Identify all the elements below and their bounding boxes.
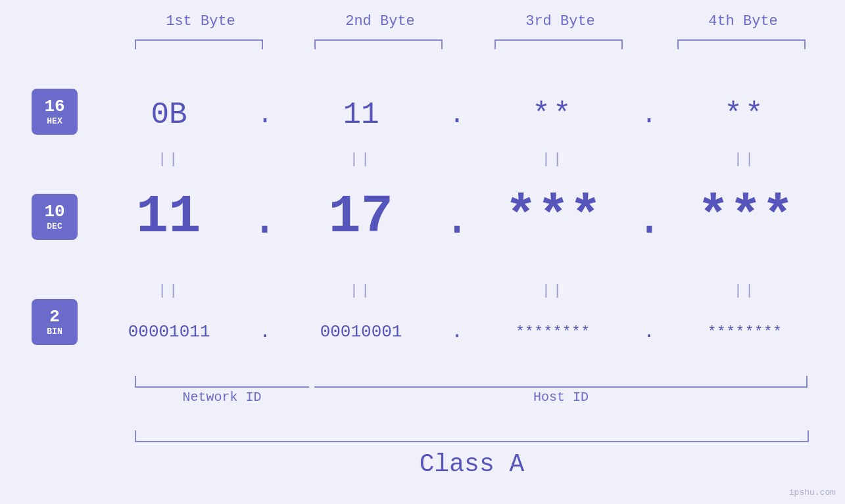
- dec-label: DEC: [47, 221, 62, 231]
- dec-number: 10: [44, 202, 64, 221]
- hex-byte2-cell: 11: [278, 98, 445, 132]
- bracket-byte4: [677, 39, 806, 53]
- network-id-label: Network ID: [135, 390, 309, 405]
- badge-bin: 2 BIN: [32, 299, 78, 345]
- bin-byte4-value: ********: [708, 324, 783, 340]
- hex-dot3: .: [637, 101, 662, 130]
- bin-dot2: .: [445, 321, 470, 343]
- bin-label: BIN: [47, 327, 62, 336]
- eq1: ||: [85, 151, 253, 168]
- dec-byte3-cell: ***: [470, 187, 637, 248]
- dec-byte3-value: ***: [504, 187, 602, 248]
- bin-dot1: .: [253, 321, 278, 343]
- badge-dec: 10 DEC: [32, 194, 78, 240]
- eq5: ||: [85, 283, 253, 299]
- class-label: Class A: [135, 450, 809, 478]
- dec-dot2: .: [444, 188, 470, 246]
- hex-byte2-value: 11: [343, 98, 379, 132]
- dec-dot1: .: [252, 188, 278, 246]
- hex-byte3-value: **: [532, 98, 573, 132]
- eq6: ||: [278, 283, 445, 299]
- hex-byte4-cell: **: [662, 98, 829, 132]
- bin-byte4-cell: ********: [662, 324, 829, 340]
- eq7: ||: [470, 283, 637, 299]
- bin-byte1-cell: 00001011: [85, 322, 253, 342]
- header-byte1: 1st Byte: [135, 13, 266, 30]
- dec-byte2-value: 17: [329, 187, 393, 248]
- host-bracket: [314, 376, 808, 388]
- dec-byte1-value: 11: [136, 187, 201, 248]
- class-bracket: [135, 430, 809, 442]
- hex-label: HEX: [47, 116, 62, 126]
- watermark: ipshu.com: [789, 488, 835, 497]
- bin-row: 00001011 . 00010001 . ******** . *******…: [85, 302, 829, 361]
- network-bracket: [135, 376, 309, 388]
- equals-row-hex-dec: || || || ||: [85, 151, 829, 168]
- dec-row: 11 . 17 . *** . ***: [85, 177, 829, 256]
- hex-byte4-value: **: [724, 98, 765, 132]
- eq8: ||: [662, 283, 829, 299]
- eq2: ||: [278, 151, 445, 168]
- bin-byte3-value: ********: [516, 324, 591, 340]
- bracket-byte1: [135, 39, 263, 53]
- main-page: 1st Byte 2nd Byte 3rd Byte 4th Byte 16 H…: [0, 0, 845, 504]
- hex-dot2: .: [445, 101, 470, 130]
- eq3: ||: [470, 151, 637, 168]
- hex-byte3-cell: **: [470, 98, 637, 132]
- eq4: ||: [662, 151, 829, 168]
- bin-byte2-value: 00010001: [320, 322, 402, 342]
- bin-dot3: .: [637, 321, 662, 343]
- dec-dot3: .: [637, 188, 663, 246]
- hex-number: 16: [44, 97, 64, 116]
- dec-byte1-cell: 11: [85, 187, 252, 248]
- bracket-byte2: [314, 39, 443, 53]
- bin-byte2-cell: 00010001: [278, 322, 445, 342]
- bin-byte3-cell: ********: [470, 324, 637, 340]
- dec-byte4-value: ***: [697, 187, 794, 248]
- hex-row: 0B . 11 . ** . **: [85, 85, 829, 145]
- dec-byte2-cell: 17: [278, 187, 445, 248]
- dec-byte4-cell: ***: [663, 187, 829, 248]
- hex-byte1-value: 0B: [151, 98, 187, 132]
- header-byte4: 4th Byte: [677, 13, 809, 30]
- bracket-byte3: [495, 39, 623, 53]
- hex-byte1-cell: 0B: [85, 98, 253, 132]
- host-id-label: Host ID: [314, 390, 808, 405]
- equals-row-dec-bin: || || || ||: [85, 283, 829, 299]
- header-byte3: 3rd Byte: [495, 13, 626, 30]
- badge-hex: 16 HEX: [32, 89, 78, 135]
- bin-number: 2: [49, 308, 60, 327]
- hex-dot1: .: [253, 101, 278, 130]
- bin-byte1-value: 00001011: [128, 322, 210, 342]
- header-byte2: 2nd Byte: [314, 13, 446, 30]
